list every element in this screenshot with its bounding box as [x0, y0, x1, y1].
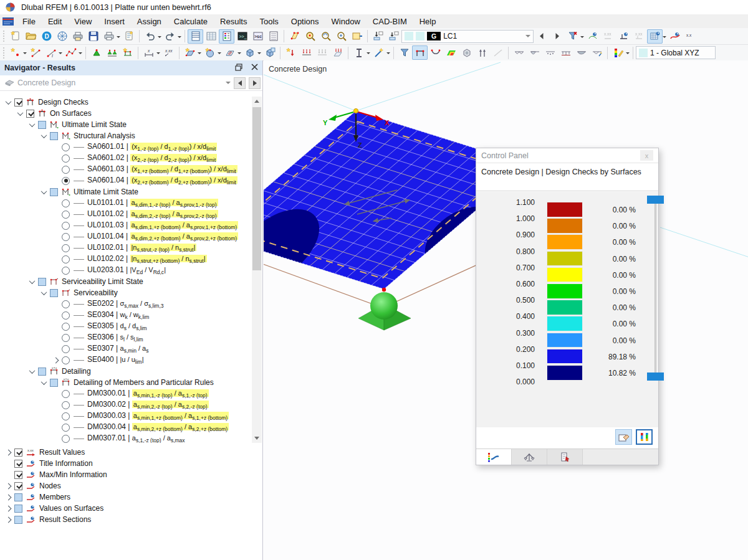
scale-swatch-9[interactable]: [547, 349, 583, 364]
checkbox-checked[interactable]: [26, 110, 34, 118]
radio-selected[interactable]: [62, 177, 70, 185]
scroll-thumb[interactable]: [252, 107, 261, 270]
dimension-x-icon[interactable]: x: [141, 45, 156, 60]
chevron-right-icon[interactable]: [6, 483, 12, 489]
tree-row-se0202[interactable]: SE0202 | σs,max / σs,lim,3: [0, 298, 252, 310]
tree-row-ul0203.01[interactable]: UL0203.01 | |VEd / VRd,c|: [0, 265, 252, 276]
menu-file[interactable]: File: [16, 16, 42, 27]
section-i-dropdown-icon[interactable]: [367, 52, 370, 56]
tree-row-se0400[interactable]: SE0400 | |u / ulim|: [0, 354, 252, 366]
tree-row-se0304[interactable]: SE0304 | wk / wk,lim: [0, 310, 252, 321]
menu-assign[interactable]: Assign: [131, 16, 168, 27]
checkbox-checked[interactable]: [14, 482, 22, 490]
insert-solid-icon[interactable]: [242, 45, 257, 60]
show-load-info-icon[interactable]: [585, 29, 600, 44]
color-scale-edit-dropdown-icon[interactable]: [626, 52, 630, 56]
diagram-dots-icon[interactable]: [542, 45, 558, 60]
tree-row-ul0102.01[interactable]: UL0102.01 | |ns,strut,-z (top) / ns,stru…: [0, 242, 252, 254]
radio-unselected[interactable]: [62, 345, 70, 353]
radio-unselected[interactable]: [62, 222, 70, 230]
checkbox-partial[interactable]: [14, 493, 22, 501]
chevron-down-icon[interactable]: [41, 188, 47, 194]
scale-swatch-1[interactable]: [547, 218, 583, 234]
scale-swatch-6[interactable]: [547, 300, 583, 315]
insert-surface-icon[interactable]: [182, 45, 198, 60]
save-icon[interactable]: [85, 29, 101, 44]
scroll-up-icon[interactable]: [252, 97, 262, 106]
checkbox-checked[interactable]: [14, 98, 22, 107]
radio-unselected[interactable]: [62, 323, 70, 331]
mesh-display-icon[interactable]: [647, 29, 663, 44]
tree-row[interactable]: x.xxResult Values: [0, 447, 262, 458]
tree-row-se0305[interactable]: SE0305 | ds / ds,lim: [0, 321, 252, 332]
scale-swatch-2[interactable]: [547, 234, 583, 250]
result-display-icon[interactable]: [667, 29, 683, 44]
tree-row-dm0300.04[interactable]: DM0300.04 | as,min,2,+z (bottom) / as,2,…: [0, 422, 252, 433]
radio-unselected[interactable]: [62, 401, 70, 409]
scale-swatch-3[interactable]: [547, 251, 583, 267]
export-load-state-icon[interactable]: [386, 29, 401, 44]
undo-icon[interactable]: [142, 29, 158, 44]
tree-scrollbar[interactable]: [252, 97, 262, 443]
color-scale-edit-icon[interactable]: [610, 45, 626, 60]
radio-unselected[interactable]: [62, 211, 70, 219]
zoom-pan-icon[interactable]: [333, 29, 349, 44]
radio-unselected[interactable]: [62, 435, 70, 443]
checkbox-checked[interactable]: [14, 448, 22, 457]
checkbox-partial[interactable]: [50, 289, 58, 297]
tab-color-scale[interactable]: [476, 449, 512, 465]
radio-unselected[interactable]: [62, 300, 70, 308]
tree-row[interactable]: Detailing: [0, 366, 252, 377]
next-result-button[interactable]: [249, 77, 261, 89]
open-file-icon[interactable]: [23, 29, 39, 44]
tree-row[interactable]: Max/Min Information: [0, 469, 262, 480]
tree-row[interactable]: Design Checks: [0, 97, 252, 108]
menu-tools[interactable]: Tools: [253, 16, 284, 27]
mesh-display-dropdown-icon[interactable]: [663, 36, 666, 40]
radio-unselected[interactable]: [62, 233, 70, 241]
filter-loads-icon[interactable]: [565, 29, 580, 44]
diagram-two-icon[interactable]: [511, 45, 527, 60]
generate-icon[interactable]: [371, 45, 386, 60]
radio-unselected[interactable]: [62, 166, 70, 174]
chevron-right-icon[interactable]: [6, 449, 12, 455]
menu-calculate[interactable]: Calculate: [168, 16, 214, 27]
chevron-right-icon[interactable]: [6, 505, 12, 511]
wireframe-view-icon[interactable]: [412, 45, 428, 60]
show-results-eye-icon[interactable]: [616, 29, 631, 44]
radio-unselected[interactable]: [62, 334, 70, 342]
values-display-icon[interactable]: x.x: [683, 29, 698, 44]
network-model-icon[interactable]: [54, 29, 70, 44]
view-tool-icon[interactable]: [349, 29, 365, 44]
visibility-combo[interactable]: 1 - Global XYZ: [636, 46, 716, 59]
scale-options-button[interactable]: [636, 429, 653, 445]
scale-swatch-8[interactable]: [547, 333, 583, 348]
insert-node-dropdown-icon[interactable]: [23, 52, 27, 56]
insert-opening-dropdown-icon[interactable]: [237, 52, 241, 56]
menu-results[interactable]: Results: [214, 16, 253, 27]
checkbox-checked[interactable]: [14, 471, 22, 479]
modify-geometry-icon[interactable]: [287, 29, 302, 44]
chevron-right-icon[interactable]: [53, 357, 59, 363]
chevron-right-icon[interactable]: [6, 516, 12, 523]
panel-toggle-icon[interactable]: [219, 29, 234, 44]
tree-row[interactable]: Values on Surfaces: [0, 503, 262, 514]
tree-row[interactable]: Serviceability Limit State: [0, 276, 252, 287]
diagram-left-icon[interactable]: [527, 45, 542, 60]
print-dropdown-icon[interactable]: [117, 36, 120, 40]
script-console-icon[interactable]: >sc: [250, 29, 266, 44]
scale-swatch-0[interactable]: [547, 202, 583, 217]
results-type-combo[interactable]: Concrete Design: [0, 75, 262, 91]
chevron-down-icon[interactable]: [29, 368, 36, 374]
float-panel-icon[interactable]: [235, 64, 242, 73]
control-panel-titlebar[interactable]: Control Panel x: [476, 148, 658, 163]
load-case-combo[interactable]: GLC1: [401, 30, 534, 43]
tree-row-dm0300.01[interactable]: DM0300.01 | as,min,1,-z (top) / as,1,-z …: [0, 388, 252, 399]
scale-swatch-10[interactable]: [547, 365, 583, 381]
tree-row-sa0601.04[interactable]: SA0601.04 | (x2,+z (bottom) / d2,+z (bot…: [0, 175, 252, 186]
insert-nurbs-icon[interactable]: [202, 45, 218, 60]
diagram-wand-icon[interactable]: [589, 45, 605, 60]
checkbox-partial[interactable]: [38, 121, 46, 129]
member-load-icon[interactable]: [299, 45, 314, 60]
chevron-down-icon[interactable]: [41, 289, 47, 295]
